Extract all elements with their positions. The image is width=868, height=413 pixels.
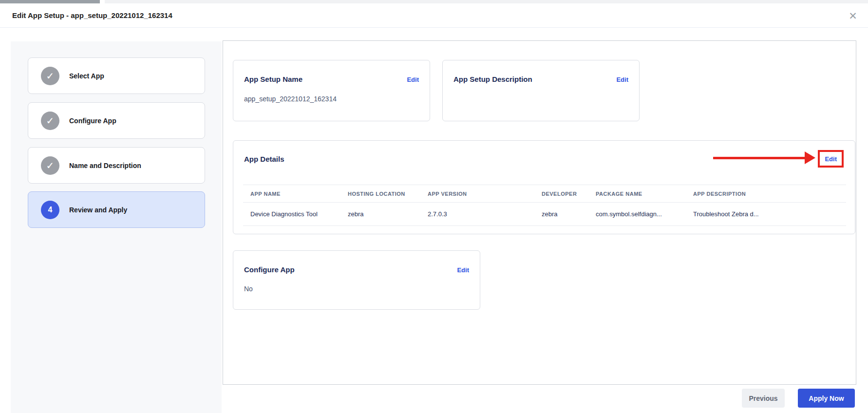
cell-app-version: 2.7.0.3 xyxy=(420,203,534,226)
app-setup-description-title: App Setup Description xyxy=(453,75,532,83)
check-icon: ✓ xyxy=(41,156,59,175)
wizard-step-label: Review and Apply xyxy=(69,206,127,214)
configure-app-value: No xyxy=(244,285,253,293)
check-icon: ✓ xyxy=(41,112,59,130)
check-icon: ✓ xyxy=(41,67,59,85)
wizard-sidebar: ✓ Select App ✓ Configure App ✓ Name and … xyxy=(11,41,222,413)
check-glyph: ✓ xyxy=(46,160,55,171)
app-details-edit-link[interactable]: Edit xyxy=(825,155,837,163)
step-number-badge: 4 xyxy=(41,201,59,219)
column-header-hosting-location: HOSTING LOCATION xyxy=(340,185,420,203)
wizard-step-label: Select App xyxy=(69,72,104,80)
apply-now-button[interactable]: Apply Now xyxy=(798,389,855,408)
dialog-titlebar: Edit App Setup - app_setup_20221012_1623… xyxy=(0,3,868,28)
column-header-developer: DEVELOPER xyxy=(534,185,588,203)
configure-app-edit-link[interactable]: Edit xyxy=(457,266,469,274)
table-header-row: APP NAME HOSTING LOCATION APP VERSION DE… xyxy=(243,185,846,203)
page-title: Edit App Setup - app_setup_20221012_1623… xyxy=(12,11,172,19)
close-icon[interactable]: ✕ xyxy=(846,9,860,23)
cell-hosting-location: zebra xyxy=(340,203,420,226)
previous-button[interactable]: Previous xyxy=(742,389,785,408)
app-setup-description-card: App Setup Description Edit xyxy=(442,60,640,121)
configure-app-title: Configure App xyxy=(244,265,295,274)
cell-package-name: com.symbol.selfdiagn... xyxy=(588,203,686,226)
table-row: Device Diagnostics Tool zebra 2.7.0.3 ze… xyxy=(243,203,846,226)
app-details-table: APP NAME HOSTING LOCATION APP VERSION DE… xyxy=(243,185,846,226)
configure-app-card: Configure App Edit No xyxy=(233,250,480,310)
column-header-app-name: APP NAME xyxy=(243,185,340,203)
check-glyph: ✓ xyxy=(46,115,55,127)
annotation-highlight-box: Edit xyxy=(818,150,844,168)
app-setup-name-card: App Setup Name Edit app_setup_20221012_1… xyxy=(233,60,430,121)
cell-developer: zebra xyxy=(534,203,588,226)
wizard-step-label: Configure App xyxy=(69,117,116,125)
app-setup-name-title: App Setup Name xyxy=(244,75,302,83)
wizard-step-select-app[interactable]: ✓ Select App xyxy=(28,57,205,94)
wizard-step-label: Name and Description xyxy=(69,162,141,169)
wizard-step-configure-app[interactable]: ✓ Configure App xyxy=(28,102,205,139)
app-details-card: App Details Edit APP NAME HOSTING LOCATI… xyxy=(233,140,855,234)
app-setup-name-edit-link[interactable]: Edit xyxy=(407,76,419,83)
app-details-title: App Details xyxy=(244,155,284,163)
column-header-package-name: PACKAGE NAME xyxy=(588,185,686,203)
wizard-step-review-apply[interactable]: 4 Review and Apply xyxy=(28,191,205,228)
app-setup-name-value: app_setup_20221012_162314 xyxy=(244,95,337,103)
annotation-arrow-head-icon xyxy=(805,151,815,164)
column-header-app-version: APP VERSION xyxy=(420,185,534,203)
wizard-step-name-description[interactable]: ✓ Name and Description xyxy=(28,147,205,184)
column-header-app-description: APP DESCRIPTION xyxy=(686,185,846,203)
annotation-arrow-line xyxy=(713,157,805,159)
background-strip-right xyxy=(105,0,868,3)
review-panel: App Setup Name Edit app_setup_20221012_1… xyxy=(223,40,856,385)
background-strip-gap xyxy=(100,0,105,3)
cell-app-name: Device Diagnostics Tool xyxy=(243,203,340,226)
app-setup-description-edit-link[interactable]: Edit xyxy=(616,76,628,83)
cell-app-description: Troubleshoot Zebra d... xyxy=(686,203,846,226)
check-glyph: ✓ xyxy=(46,70,55,82)
background-strip-left xyxy=(0,0,100,3)
